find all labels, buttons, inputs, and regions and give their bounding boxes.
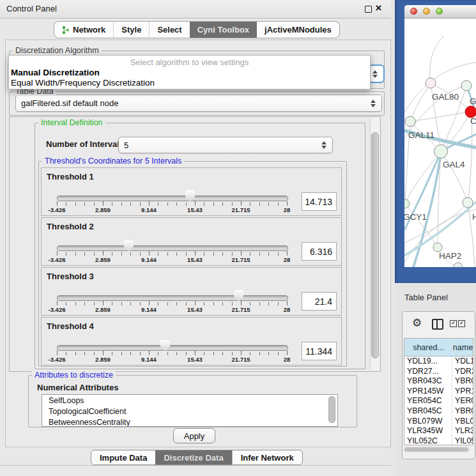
close-icon[interactable]: ✕: [375, 3, 382, 13]
cell-shared[interactable]: YDL19...: [404, 357, 452, 367]
table-row[interactable]: YER054C YER054C: [404, 396, 473, 406]
column-header-shared-name[interactable]: shared...: [404, 339, 453, 356]
cell-name[interactable]: YIL052C: [452, 436, 473, 445]
tab-infer-network[interactable]: Infer Network: [232, 450, 302, 464]
threshold-4-row: Threshold 4 -3.426 2.859 9.144 15.43 21.…: [41, 317, 342, 365]
columns-icon[interactable]: [432, 319, 443, 330]
threshold-1-value-input[interactable]: 14.713: [302, 192, 337, 211]
node-gcy1[interactable]: [404, 199, 410, 208]
control-panel: Control Panel ✕ Network Style Select: [0, 0, 391, 476]
cell-shared[interactable]: YBR043C: [404, 376, 452, 387]
tab-select[interactable]: Select: [149, 22, 189, 38]
table-data-combo[interactable]: galFiltered.sif default node: [15, 95, 382, 112]
node-bottom[interactable]: [454, 263, 463, 267]
tick-labels: -3.426 2.859 9.144 15.43 21.715 28: [57, 356, 287, 363]
column-header-name[interactable]: name: [453, 339, 473, 356]
table-row[interactable]: YLR345W YLR345W: [404, 426, 473, 436]
tick-label: 28: [284, 206, 291, 213]
tab-network[interactable]: Network: [54, 22, 113, 38]
tick-label: 21.715: [231, 306, 250, 313]
tick-label: 21.715: [231, 356, 250, 363]
tick-marks: [57, 302, 288, 305]
cell-shared[interactable]: YPR145W: [404, 387, 452, 397]
node-right[interactable]: [463, 197, 473, 208]
cell-name[interactable]: YBR045C: [452, 406, 473, 417]
thresholds-group-title: Threshold's Coordinates for 5 Intervals: [42, 157, 184, 165]
threshold-4-value-input[interactable]: 11.344: [302, 342, 337, 360]
threshold-3-slider-track[interactable]: [57, 295, 288, 301]
cell-shared[interactable]: YBL079W: [404, 417, 452, 427]
tick-label: 15.43: [187, 306, 203, 313]
table-row[interactable]: YBL079W YBL079W: [404, 417, 473, 427]
network-canvas[interactable]: GAL80 GA C GAL11 GAL4 GCY1 H HAP2: [404, 18, 476, 267]
checkbox-icon[interactable]: ✓: [450, 320, 457, 327]
threshold-2-slider-track[interactable]: [57, 245, 288, 251]
tab-jactivemnodules[interactable]: jActiveMNodules: [257, 22, 339, 38]
tick-label: 28: [284, 256, 291, 263]
node-gal4[interactable]: [434, 145, 448, 158]
attributes-group-title: Attributes to discretize: [32, 371, 116, 380]
popup-option-manual-discretization[interactable]: Manual Discretization: [11, 68, 100, 77]
float-window-icon[interactable]: [365, 6, 372, 13]
network-window: GAL80 GA C GAL11 GAL4 GCY1 H HAP2: [404, 5, 476, 267]
node-hap2[interactable]: [433, 243, 442, 252]
list-item-betweennesscentrality[interactable]: BetweennessCentrality: [42, 417, 337, 427]
cell-name[interactable]: YBL079W: [452, 417, 473, 427]
panel-title: Control Panel: [6, 4, 57, 13]
table-row[interactable]: YDR27... YDR27...: [404, 367, 473, 377]
tick-labels: -3.426 2.859 9.144 15.43 21.715 28: [57, 256, 287, 263]
cell-name[interactable]: YBR043C: [452, 376, 473, 387]
zoom-traffic-light[interactable]: [436, 8, 443, 15]
num-intervals-combo[interactable]: 5: [118, 137, 333, 153]
popup-placeholder-option[interactable]: Select algorithm to view settings: [9, 58, 370, 67]
network-window-titlebar[interactable]: [404, 5, 476, 19]
list-item-topologicalcoefficient[interactable]: TopologicalCoefficient: [42, 406, 337, 417]
popup-option-equal-width[interactable]: Equal Width/Frequency Discretization: [11, 78, 155, 88]
cell-shared[interactable]: YIL052C: [404, 436, 452, 445]
table-row[interactable]: YIL052C YIL052C: [404, 436, 473, 445]
tick-label: 21.715: [231, 206, 250, 213]
list-item-selfloops[interactable]: SelfLoops: [42, 395, 337, 406]
cell-name[interactable]: YPR145W: [452, 387, 473, 397]
table-row[interactable]: YBR043C YBR043C: [404, 376, 473, 387]
minimize-traffic-light[interactable]: [423, 8, 430, 15]
cell-shared[interactable]: YBR045C: [404, 406, 452, 417]
apply-button[interactable]: Apply: [173, 428, 215, 443]
cell-name[interactable]: YER054C: [452, 396, 473, 406]
screen: Control Panel ✕ Network Style Select: [0, 0, 476, 476]
threshold-4-slider-track[interactable]: [57, 345, 288, 351]
threshold-3-value-input[interactable]: 21.4: [302, 292, 337, 311]
threshold-1-slider-track[interactable]: [57, 196, 288, 201]
attributes-list-scrollbar-thumb[interactable]: [328, 396, 335, 423]
tab-cyni-toolbox[interactable]: Cyni Toolbox: [190, 22, 257, 38]
bottom-tab-bar: Impute Data Discretize Data Infer Networ…: [91, 450, 303, 465]
close-traffic-light[interactable]: [410, 8, 417, 15]
tick-label: 2.859: [95, 256, 111, 263]
scrollbar-thumb[interactable]: [371, 132, 379, 358]
algorithm-group-title: Discretization Algorithm: [13, 46, 102, 55]
tab-style[interactable]: Style: [113, 22, 149, 38]
checkbox-icon[interactable]: ✓: [458, 320, 465, 327]
threshold-2-value-input[interactable]: 6.316: [302, 242, 337, 261]
cell-shared[interactable]: YDR27...: [404, 367, 452, 377]
table-hscrollbar-thumb[interactable]: [404, 447, 468, 452]
cell-name[interactable]: YLR345W: [452, 426, 473, 436]
tick-label: 2.859: [95, 356, 111, 363]
combo-spinner-icon: [372, 70, 378, 78]
cell-shared[interactable]: YLR345W: [404, 426, 452, 436]
node-gal80[interactable]: [426, 78, 436, 88]
gear-icon[interactable]: ⚙: [412, 316, 422, 329]
table-hscrollbar-track[interactable]: [404, 447, 471, 452]
table-row[interactable]: YDL19... YDL19...: [404, 357, 473, 367]
cell-shared[interactable]: YER054C: [404, 396, 452, 406]
tab-discretize-data[interactable]: Discretize Data: [155, 450, 231, 464]
node-gal11[interactable]: [405, 116, 415, 127]
node-top-right[interactable]: [461, 81, 472, 91]
tab-label: Select: [157, 25, 181, 35]
tab-impute-data[interactable]: Impute Data: [91, 450, 155, 464]
table-row[interactable]: YPR145W YPR145W: [404, 387, 473, 397]
table-row[interactable]: YBR045C YBR045C: [404, 406, 473, 417]
threshold-1-row: Threshold 1 -3.426 2.859 9.144 15.43 21.…: [41, 167, 342, 216]
cell-name[interactable]: YDL19...: [452, 357, 473, 367]
cell-name[interactable]: YDR27...: [452, 367, 473, 377]
